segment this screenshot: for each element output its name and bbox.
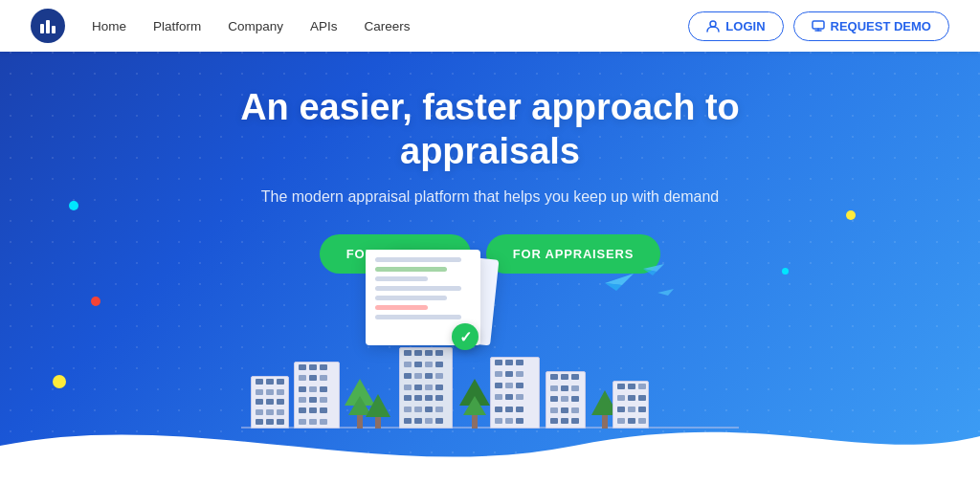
svg-rect-6 bbox=[46, 20, 50, 33]
navbar: Home Platform Company APIs Careers LOGIN… bbox=[0, 0, 980, 52]
nav-careers[interactable]: Careers bbox=[365, 19, 411, 33]
building-2 bbox=[294, 362, 340, 429]
svg-marker-4 bbox=[657, 289, 674, 296]
nav-links: Home Platform Company APIs Careers bbox=[92, 19, 688, 33]
building-right-3 bbox=[612, 381, 649, 429]
hero-subtitle: The modern appraisal platform that helps… bbox=[261, 188, 720, 206]
request-demo-button[interactable]: REQUEST DEMO bbox=[793, 11, 949, 41]
hero-section: An easier, faster approach to appraisals… bbox=[0, 0, 980, 484]
logo[interactable] bbox=[31, 9, 65, 43]
building-right-1 bbox=[490, 357, 540, 429]
nav-buttons: LOGIN REQUEST DEMO bbox=[688, 11, 949, 41]
building-right-2 bbox=[546, 371, 586, 429]
nav-company[interactable]: Company bbox=[228, 19, 283, 33]
login-label: LOGIN bbox=[725, 19, 765, 33]
svg-rect-7 bbox=[52, 26, 56, 33]
paper-planes bbox=[605, 264, 681, 312]
check-badge: ✓ bbox=[452, 323, 479, 350]
hero-illustration: ✓ bbox=[241, 245, 739, 455]
building-1 bbox=[251, 376, 289, 429]
demo-label: REQUEST DEMO bbox=[831, 19, 931, 33]
deco-dot-yellow bbox=[53, 375, 66, 388]
nav-platform[interactable]: Platform bbox=[153, 19, 201, 33]
nav-home[interactable]: Home bbox=[92, 19, 126, 33]
svg-rect-9 bbox=[813, 21, 824, 29]
svg-marker-0 bbox=[605, 274, 634, 285]
svg-rect-5 bbox=[40, 24, 44, 33]
logo-icon bbox=[38, 16, 57, 35]
demo-icon bbox=[812, 19, 825, 33]
svg-point-8 bbox=[710, 21, 716, 27]
tree-3 bbox=[459, 379, 490, 429]
building-center bbox=[399, 347, 453, 429]
login-icon bbox=[706, 19, 720, 33]
login-button[interactable]: LOGIN bbox=[688, 11, 783, 41]
hero-title: An easier, faster approach to appraisals bbox=[155, 86, 825, 173]
tree-2 bbox=[366, 394, 390, 429]
nav-apis[interactable]: APIs bbox=[310, 19, 338, 33]
